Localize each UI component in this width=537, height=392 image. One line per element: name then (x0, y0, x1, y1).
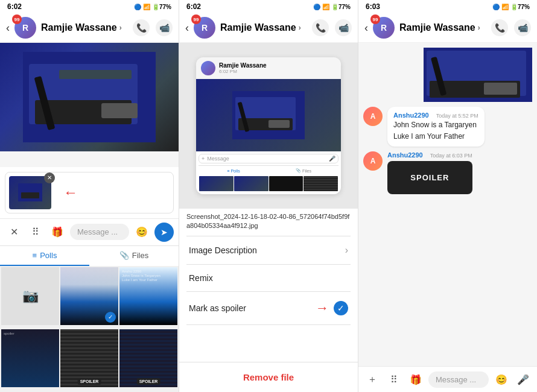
spoiler-box-3[interactable]: SPOILER (387, 161, 472, 194)
status-time-2: 6:02 (186, 2, 201, 11)
avatar-wrap-3: R 99 (373, 17, 395, 39)
menu-image-description[interactable]: Image Description › (179, 236, 358, 264)
close-attachment-button-1[interactable]: ✕ (44, 172, 55, 183)
pgm-cell-4 (303, 176, 338, 191)
polls-icon-1: ≡ (33, 251, 37, 260)
preview-card-2: Ramjie Wassane 6:02 PM + Message (196, 57, 341, 194)
gallery-cell-2[interactable]: Anshu 2290John Snow is TargaryenLuke I a… (119, 267, 177, 325)
gift-icon-1[interactable]: 🎁 (48, 223, 66, 241)
send-button-1[interactable]: ➤ (154, 223, 174, 242)
files-icon-1: 📎 (119, 251, 129, 260)
gift-icon-3[interactable]: 🎁 (407, 370, 425, 388)
spoiler-controls: → ✓ (316, 300, 348, 316)
red-arrow-2: → (316, 300, 329, 316)
sent-image-3 (424, 48, 532, 102)
chevron-icon-2: › (299, 24, 301, 32)
camera-icon-1: 📷 (22, 288, 39, 304)
tab-polls-1[interactable]: ≡ Polls (0, 246, 89, 266)
tabs-row-1: ≡ Polls 📎 Files (0, 245, 179, 266)
spoiler-label-1: SPOILER (78, 378, 101, 385)
chevron-icon-3: › (478, 24, 480, 32)
phone-icon-2[interactable]: 📞 (312, 19, 329, 36)
phone-icon-1[interactable]: 📞 (133, 19, 150, 36)
gallery-cell-5[interactable]: SPOILER (119, 329, 177, 387)
msg-avatar-2: A (363, 151, 383, 171)
status-time-3: 6:03 (366, 2, 380, 11)
panel1: 6:02 🔵 📶 🔋77% ‹ R 99 Ramjie Wassane › 📞 … (0, 0, 179, 392)
gallery-cell-3[interactable]: spoiler (1, 329, 59, 387)
hdmi-image-1 (23, 52, 156, 142)
contact-name-3[interactable]: Ramjie Wassane › (399, 22, 486, 33)
input-bar-1: ✕ ⠿ 🎁 Message ... 😊 ➤ (0, 218, 179, 245)
preview-gallery-2 (199, 175, 338, 192)
msg-text-1b: Luke I am Your Father (393, 131, 478, 142)
arrow-indicator-1: ← (63, 184, 78, 201)
menu-mark-spoiler[interactable]: Mark as spoiler → ✓ (179, 292, 358, 324)
msg-text-1a: John Snow is a Targaryen (393, 120, 478, 130)
status-bar-3: 6:03 🔵 📶 🔋77% (358, 0, 537, 13)
preview-hdmi-svg (232, 91, 305, 139)
plus-icon-3[interactable]: ＋ (363, 370, 381, 388)
header-icons-2: 📞 📹 (312, 19, 352, 36)
panel3: 6:03 🔵 📶 🔋77% ‹ R 99 Ramjie Wassane › 📞 … (358, 0, 537, 392)
video-icon-2[interactable]: 📹 (335, 19, 352, 36)
avatar-wrap-1: R 99 (14, 17, 36, 39)
mini-text-2: Anshu 2290John Snow is TargaryenLuke I a… (122, 270, 174, 283)
back-button-3[interactable]: ‹ (364, 22, 368, 34)
preview-bottom-2: + Message 🎤 ≡ Polls 📎 Files (196, 151, 341, 194)
thumb-image-1 (18, 183, 42, 201)
notification-badge-3: 99 (370, 14, 380, 24)
mini-text-3: spoiler (4, 332, 56, 336)
gallery-cell-camera[interactable]: 📷 (1, 267, 59, 325)
svg-rect-7 (21, 192, 39, 198)
message-input-1[interactable]: Message ... (70, 224, 129, 240)
apps-icon-1[interactable]: ⠿ (27, 223, 45, 241)
msg-bubble-1: Anshu2290 Today at 5:52 PM John Snow is … (387, 107, 485, 147)
pgm-cell-1 (199, 176, 234, 191)
pgm-cell-2 (234, 176, 268, 191)
preview-tab-polls: ≡ Polls (199, 167, 268, 174)
contact-name-1[interactable]: Ramjie Wassane › (41, 22, 128, 33)
divider-4 (186, 324, 351, 325)
message-input-3[interactable]: Message ... (428, 371, 489, 388)
contact-name-2[interactable]: Ramjie Wassane › (220, 22, 307, 33)
phone-icon-3[interactable]: 📞 (491, 19, 508, 36)
emoji-icon-3[interactable]: 😊 (492, 370, 510, 388)
status-icons-1: 🔵 📶 🔋77% (134, 4, 171, 10)
back-button-2[interactable]: ‹ (185, 22, 189, 34)
close-icon-1[interactable]: ✕ (5, 223, 23, 241)
preview-sender-info: Ramjie Wassane 6:02 PM (219, 62, 267, 74)
notification-badge-2: 99 (191, 14, 201, 24)
input-bar-3: ＋ ⠿ 🎁 Message ... 😊 🎤 (358, 366, 537, 392)
mini-image-3 (1, 329, 59, 387)
preview-area-2: Ramjie Wassane 6:02 PM + Message (179, 43, 358, 209)
menu-remix[interactable]: Remix (179, 265, 358, 291)
gallery-cell-4[interactable]: SPOILER (60, 329, 118, 387)
video-icon-3[interactable]: 📹 (514, 19, 531, 36)
message-row-2: A Anshu2290 Today at 6:03 PM SPOILER (363, 151, 532, 194)
selected-check-1: ✓ (105, 312, 116, 323)
video-icon-1[interactable]: 📹 (156, 19, 173, 36)
preview-plus-icon: + (202, 156, 205, 162)
msg-header-2: Anshu2290 Today at 6:03 PM (387, 151, 472, 159)
tab-files-1[interactable]: 📎 Files (89, 246, 179, 266)
header-2: ‹ R 99 Ramjie Wassane › 📞 📹 (179, 13, 358, 43)
preview-tab-files: 📎 Files (268, 167, 338, 174)
svg-rect-16 (484, 83, 517, 95)
remove-file-button[interactable]: Remove file (179, 362, 358, 392)
emoji-icon-1[interactable]: 😊 (133, 223, 151, 241)
chevron-right-icon-1: › (345, 245, 348, 256)
gallery-cell-1[interactable]: ✓ (60, 267, 118, 325)
back-button-1[interactable]: ‹ (6, 22, 10, 34)
spoiler-checkbox[interactable]: ✓ (334, 301, 348, 315)
pgm-cell-3 (269, 176, 303, 191)
chat-image-1 (0, 43, 179, 151)
preview-tabs-2: ≡ Polls 📎 Files (199, 165, 338, 175)
apps-icon-3[interactable]: ⠿ (385, 370, 403, 388)
mic-icon-3[interactable]: 🎤 (514, 370, 532, 388)
msg-bubble-2-wrap: Anshu2290 Today at 6:03 PM SPOILER (387, 151, 472, 194)
preview-polls-icon: ≡ (227, 169, 229, 173)
header-3: ‹ R 99 Ramjie Wassane › 📞 📹 (358, 13, 537, 43)
chevron-icon-1: › (119, 24, 122, 32)
gallery-grid-1: 📷 ✓ Anshu 2290John Snow is TargaryenLuke… (0, 266, 179, 393)
